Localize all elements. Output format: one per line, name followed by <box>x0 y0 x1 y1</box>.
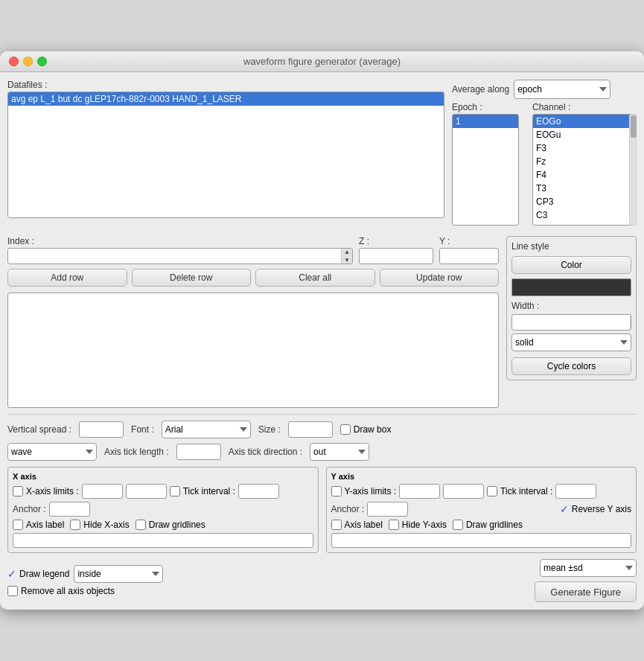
x-min-input[interactable]: 0 <box>82 484 123 499</box>
x-tick-checkbox[interactable] <box>170 486 180 496</box>
index-col: Index : 1 ▲ ▼ <box>7 236 353 264</box>
axes-row: X axis X-axis limits : 0 1 Tick interval… <box>7 467 637 553</box>
channel-item-eogo[interactable]: EOGo <box>533 115 636 128</box>
x-gridlines-checkbox[interactable] <box>136 520 146 530</box>
vertical-spread-input[interactable]: 0 <box>79 421 124 438</box>
datafile-item[interactable]: avg ep L_1 but dc gLEP17ch-882r-0003 HAN… <box>8 92 444 106</box>
size-input[interactable]: 15 <box>288 421 333 438</box>
z-input[interactable]: 0 <box>359 248 433 264</box>
channel-scrollbar-thumb <box>631 115 637 138</box>
delete-row-button[interactable]: Delete row <box>132 269 252 287</box>
y-limits-checkbox[interactable] <box>331 486 342 496</box>
x-limits-label: X-axis limits : <box>26 486 79 496</box>
y-input[interactable]: 0 <box>439 248 499 264</box>
content-area: Datafiles : avg ep L_1 but dc gLEP17ch-8… <box>0 72 644 610</box>
channel-item-t3[interactable]: T3 <box>533 182 636 195</box>
y-max-input[interactable]: 10 <box>443 484 484 499</box>
legend-position-select[interactable]: inside outside none <box>74 565 163 583</box>
maximize-button[interactable] <box>37 57 47 66</box>
epoch-channel-row: Epoch : 1 Channel : EOGo EOGu F3 F <box>452 102 637 226</box>
x-tick-input[interactable]: 1 <box>238 484 279 499</box>
average-along-label: Average along <box>452 84 509 95</box>
channel-item-f4[interactable]: F4 <box>533 168 636 182</box>
line-style-select[interactable]: solid dashed dotted <box>511 333 631 351</box>
x-axis-group: X axis X-axis limits : 0 1 Tick interval… <box>7 467 319 553</box>
index-spinner[interactable]: 1 ▲ ▼ <box>7 248 353 264</box>
channel-item-cz[interactable]: Cz <box>533 222 636 226</box>
average-along-select[interactable]: epoch <box>514 80 610 99</box>
channel-label: Channel : <box>532 102 637 112</box>
settings-area: Vertical spread : 0 Font : Arial Times C… <box>7 414 637 602</box>
axis-tick-direction-select[interactable]: out in both <box>310 443 369 461</box>
index-input[interactable]: 1 <box>8 249 341 264</box>
x-axis-label-text: Axis label <box>26 520 64 530</box>
x-anchor-row: Anchor : 0 <box>13 502 313 517</box>
y-axis-label-text: Axis label <box>345 520 383 530</box>
size-label: Size : <box>258 424 281 435</box>
x-axis-label-chk: Axis label <box>13 520 64 530</box>
generate-figure-button[interactable]: Generate Figure <box>535 581 637 602</box>
y-label-input[interactable]: amplitude (uV) <box>331 533 632 548</box>
x-axis-label-checkbox[interactable] <box>13 520 23 530</box>
minimize-button[interactable] <box>23 57 33 66</box>
x-tick-chk-row: Tick interval : <box>170 486 235 496</box>
channel-scrollbar[interactable] <box>629 114 637 226</box>
bottom-right: mean ±sd mean ±sem mean only Generate Fi… <box>535 559 637 602</box>
index-down-btn[interactable]: ▼ <box>342 256 352 264</box>
hide-x-chk: Hide X-axis <box>70 520 129 530</box>
width-down-btn[interactable]: ▼ <box>631 322 631 330</box>
width-up-btn[interactable]: ▲ <box>631 314 631 322</box>
epoch-list[interactable]: 1 <box>452 114 519 226</box>
z-label: Z : <box>359 236 433 246</box>
channel-item-f3[interactable]: F3 <box>533 141 636 155</box>
channel-item-eogu[interactable]: EOGu <box>533 128 636 141</box>
channel-list[interactable]: EOGo EOGu F3 Fz F4 T3 CP3 C3 Cz <box>532 114 637 226</box>
hide-x-checkbox[interactable] <box>70 520 80 530</box>
y-limits-row: Y-axis limits : -10 10 Tick interval : 1 <box>331 484 632 499</box>
settings-row1: Vertical spread : 0 Font : Arial Times C… <box>7 421 637 438</box>
close-button[interactable] <box>9 57 19 66</box>
axis-tick-length-input[interactable]: 0.005 <box>176 444 221 460</box>
y-col: Y : 0 <box>439 236 499 264</box>
izy-row: Index : 1 ▲ ▼ Z : 0 <box>7 236 499 264</box>
width-input[interactable]: 1 <box>512 315 630 330</box>
color-button[interactable]: Color <box>511 256 631 274</box>
line-style-title: Line style <box>511 241 631 252</box>
y-tick-checkbox[interactable] <box>487 486 497 496</box>
epoch-item[interactable]: 1 <box>453 115 518 128</box>
update-row-button[interactable]: Update row <box>380 269 500 287</box>
y-label: Y : <box>439 236 499 246</box>
y-min-input[interactable]: -10 <box>399 484 440 499</box>
y-checkboxes-row: Axis label Hide Y-axis Draw gridlines <box>331 520 632 530</box>
hide-x-label: Hide X-axis <box>83 520 129 530</box>
average-along-row: Average along epoch <box>452 80 637 99</box>
width-spinner[interactable]: 1 ▲ ▼ <box>511 314 631 330</box>
draw-box-checkbox[interactable] <box>340 424 351 435</box>
cycle-colors-button[interactable]: Cycle colors <box>511 357 631 375</box>
channel-item-c3[interactable]: C3 <box>533 208 636 222</box>
y-anchor-input[interactable]: 0 <box>367 502 408 517</box>
draw-box-row: Draw box <box>340 424 392 435</box>
index-up-btn[interactable]: ▲ <box>342 248 352 256</box>
y-gridlines-chk: Draw gridlines <box>453 520 523 530</box>
x-limits-chk-row: X-axis limits : <box>13 486 79 496</box>
y-gridlines-checkbox[interactable] <box>453 520 463 530</box>
epoch-col: Epoch : 1 <box>452 102 526 226</box>
remove-axis-checkbox[interactable] <box>7 586 18 596</box>
y-axis-label-checkbox[interactable] <box>331 520 342 530</box>
add-row-button[interactable]: Add row <box>7 269 127 287</box>
y-tick-input[interactable]: 1 <box>555 484 596 499</box>
wave-select[interactable]: wave image line <box>7 443 97 461</box>
x-max-input[interactable]: 1 <box>126 484 167 499</box>
channel-item-fz[interactable]: Fz <box>533 155 636 168</box>
axis-tick-direction-label: Axis tick direction : <box>229 447 302 457</box>
hide-y-checkbox[interactable] <box>389 520 399 530</box>
channel-item-cp3[interactable]: CP3 <box>533 195 636 208</box>
clear-all-button[interactable]: Clear all <box>255 269 375 287</box>
x-limits-checkbox[interactable] <box>13 486 23 496</box>
font-select[interactable]: Arial Times Courier <box>162 421 251 438</box>
x-anchor-input[interactable]: 0 <box>49 502 90 517</box>
datafiles-list[interactable]: avg ep L_1 but dc gLEP17ch-882r-0003 HAN… <box>7 92 444 218</box>
x-label-input[interactable]: time (s) <box>13 533 313 548</box>
mean-select[interactable]: mean ±sd mean ±sem mean only <box>540 559 637 577</box>
